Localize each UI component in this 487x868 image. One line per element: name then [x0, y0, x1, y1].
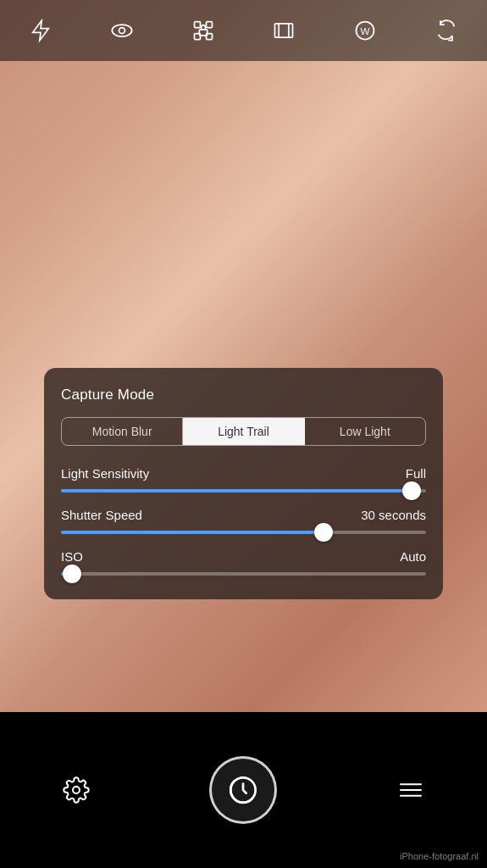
watermark: iPhone-fotograaf.nl [400, 851, 479, 861]
svg-point-2 [119, 28, 125, 34]
menu-button[interactable] [392, 771, 429, 809]
svg-point-13 [73, 787, 80, 793]
light-sensitivity-header: Light Sensitivity Full [61, 466, 426, 481]
tab-low-light[interactable]: Low Light [305, 418, 425, 445]
light-sensitivity-section: Light Sensitivity Full [61, 466, 426, 492]
svg-rect-4 [194, 22, 200, 28]
svg-point-1 [112, 25, 131, 36]
shutter-button[interactable] [209, 756, 277, 824]
mode-tabs: Motion Blur Light Trail Low Light [61, 417, 426, 446]
settings-button[interactable] [58, 771, 95, 809]
svg-text:W: W [361, 25, 370, 36]
shutter-speed-section: Shutter Speed 30 seconds [61, 508, 426, 534]
camera-viewfinder [0, 0, 487, 712]
light-sensitivity-label: Light Sensitivity [61, 466, 149, 481]
bottom-toolbar [0, 712, 487, 868]
eye-button[interactable] [103, 12, 141, 49]
iso-label: ISO [61, 549, 83, 564]
shutter-speed-value: 30 seconds [361, 508, 426, 522]
iso-track[interactable] [61, 572, 426, 576]
light-sensitivity-track[interactable] [61, 489, 426, 492]
svg-rect-8 [275, 24, 293, 37]
top-toolbar: W [0, 0, 487, 61]
light-sensitivity-thumb[interactable] [402, 481, 421, 500]
shutter-speed-track[interactable] [61, 531, 426, 534]
tab-motion-blur[interactable]: Motion Blur [62, 418, 183, 445]
shutter-speed-header: Shutter Speed 30 seconds [61, 508, 426, 522]
shutter-speed-thumb[interactable] [314, 523, 333, 542]
flash-button[interactable] [22, 12, 59, 49]
svg-marker-0 [33, 20, 49, 40]
frame-button[interactable] [265, 12, 302, 49]
panel-title: Capture Mode [61, 387, 426, 403]
tab-light-trail[interactable]: Light Trail [183, 418, 304, 445]
iso-header: ISO Auto [61, 549, 426, 564]
shutter-speed-fill [61, 531, 324, 534]
rotate-button[interactable] [428, 12, 465, 49]
light-sensitivity-fill [61, 489, 412, 492]
capture-mode-panel: Capture Mode Motion Blur Light Trail Low… [44, 368, 443, 599]
lock-focus-button[interactable] [185, 12, 222, 49]
wb-button[interactable]: W [346, 12, 384, 49]
iso-section: ISO Auto [61, 549, 426, 576]
shutter-speed-label: Shutter Speed [61, 508, 142, 522]
iso-thumb[interactable] [63, 565, 81, 583]
iso-value: Auto [400, 549, 426, 564]
svg-rect-5 [206, 22, 212, 28]
light-sensitivity-value: Full [406, 466, 426, 481]
